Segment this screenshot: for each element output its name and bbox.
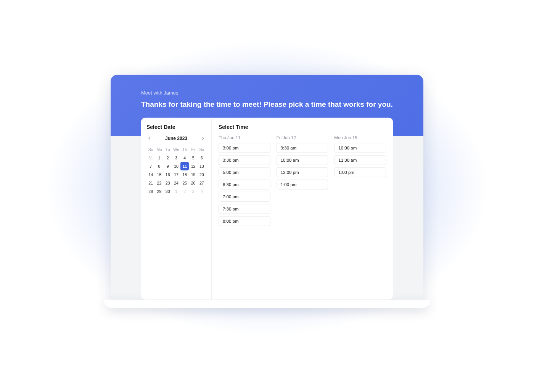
time-slot-button[interactable]: 7:00 pm	[219, 191, 270, 201]
time-slot-button[interactable]: 1:00 pm	[277, 179, 328, 189]
calendar-day-selected[interactable]: 11	[180, 162, 189, 170]
time-slot-button[interactable]: 8:00 pm	[219, 216, 270, 226]
calendar-day[interactable]: 14	[146, 170, 155, 178]
time-pane: Select Time Thu Jun 113:00 pm3:30 pm5:00…	[212, 117, 393, 299]
hero-headline: Thanks for taking the time to meet! Plea…	[141, 100, 393, 109]
time-slot-button[interactable]: 7:30 pm	[219, 204, 270, 214]
time-column-header: Thu Jun 11	[219, 135, 270, 140]
weekday-label: Tu	[164, 145, 172, 153]
calendar-day[interactable]: 31	[146, 153, 155, 162]
calendar-day[interactable]: 26	[189, 178, 198, 187]
time-slot-button[interactable]: 6:30 pm	[219, 179, 270, 189]
laptop-frame: Meet with James Thanks for taking the ti…	[111, 75, 423, 308]
calendar-day[interactable]: 15	[155, 170, 163, 178]
calendar-week: 31123456	[146, 153, 206, 162]
time-column: Mon Jun 1510:00 am11:30 am1:00 pm	[334, 135, 386, 228]
calendar-day[interactable]: 9	[164, 162, 172, 170]
calendar-day[interactable]: 21	[146, 178, 155, 187]
time-column-header: Fri Jun 12	[277, 135, 328, 140]
calendar-day[interactable]: 7	[146, 162, 155, 170]
time-slot-button[interactable]: 3:30 pm	[219, 155, 270, 165]
calendar-day[interactable]: 22	[155, 178, 163, 187]
select-date-title: Select Date	[146, 124, 206, 130]
calendar-week: 14151617181920	[146, 170, 206, 178]
time-slot-button[interactable]: 11:30 am	[334, 155, 386, 165]
time-columns: Thu Jun 113:00 pm3:30 pm5:00 pm6:30 pm7:…	[219, 135, 386, 228]
weekday-row: SuMoTuWeThFrSa	[146, 145, 206, 153]
time-slot-button[interactable]: 5:00 pm	[219, 167, 270, 177]
weekday-label: Su	[146, 145, 155, 153]
time-column-header: Mon Jun 15	[334, 135, 386, 140]
calendar-day[interactable]: 2	[164, 153, 172, 162]
time-slot-button[interactable]: 12:00 pm	[277, 167, 328, 177]
time-slot-button[interactable]: 3:00 pm	[219, 143, 270, 153]
calendar-grid: 3112345678910111213141516171819202122232…	[146, 153, 206, 195]
select-time-title: Select Time	[219, 124, 386, 130]
calendar-day[interactable]: 29	[155, 187, 163, 195]
chevron-right-icon	[201, 137, 204, 140]
calendar-week: 21222324252627	[146, 178, 206, 187]
calendar-day[interactable]: 24	[172, 178, 180, 187]
weekday-label: Fr	[189, 145, 197, 153]
weekday-label: Sa	[198, 145, 206, 153]
calendar-day[interactable]: 27	[198, 178, 206, 187]
calendar-day[interactable]: 6	[198, 153, 206, 162]
laptop-base	[104, 300, 430, 308]
calendar-day[interactable]: 2	[180, 187, 189, 195]
calendar-day[interactable]: 5	[189, 153, 198, 162]
calendar-week: 2829301234	[146, 187, 206, 195]
time-column: Thu Jun 113:00 pm3:30 pm5:00 pm6:30 pm7:…	[219, 135, 270, 228]
next-month-button[interactable]	[200, 135, 206, 141]
calendar-day[interactable]: 23	[164, 178, 172, 187]
weekday-label: Mo	[155, 145, 163, 153]
calendar-day[interactable]: 17	[172, 170, 180, 178]
calendar-day[interactable]: 4	[198, 187, 206, 195]
prev-month-button[interactable]	[146, 135, 153, 141]
calendar-day[interactable]: 8	[155, 162, 163, 170]
calendar-day[interactable]: 13	[198, 162, 206, 170]
calendar-day[interactable]: 18	[180, 170, 189, 178]
calendar-day[interactable]: 10	[172, 162, 180, 170]
calendar-day[interactable]: 28	[146, 187, 155, 195]
date-pane: Select Date June 2023 SuMoTuWeThFrSa 311…	[141, 117, 212, 299]
month-label: June 2023	[165, 135, 187, 141]
time-slot-button[interactable]: 10:00 am	[277, 155, 328, 165]
app-screen: Meet with James Thanks for taking the ti…	[111, 75, 423, 300]
time-slot-button[interactable]: 10:00 am	[334, 143, 386, 153]
calendar-day[interactable]: 25	[180, 178, 189, 187]
calendar-day[interactable]: 1	[155, 153, 163, 162]
calendar-day[interactable]: 12	[189, 162, 198, 170]
chevron-left-icon	[148, 137, 151, 140]
calendar-header: June 2023	[146, 135, 206, 141]
calendar-day[interactable]: 4	[180, 153, 189, 162]
calendar-day[interactable]: 3	[189, 187, 198, 195]
calendar-day[interactable]: 1	[172, 187, 180, 195]
meeting-host-label: Meet with James	[141, 90, 393, 96]
time-slot-button[interactable]: 9:30 am	[277, 143, 328, 153]
calendar-day[interactable]: 16	[164, 170, 172, 178]
calendar-day[interactable]: 20	[198, 170, 206, 178]
weekday-label: Th	[180, 145, 189, 153]
calendar-day[interactable]: 30	[164, 187, 172, 195]
scheduler-card: Select Date June 2023 SuMoTuWeThFrSa 311…	[141, 117, 393, 299]
time-slot-button[interactable]: 1:00 pm	[334, 167, 386, 177]
calendar-week: 78910111213	[146, 162, 206, 170]
calendar-day[interactable]: 3	[172, 153, 180, 162]
calendar-day[interactable]: 19	[189, 170, 198, 178]
weekday-label: We	[172, 145, 180, 153]
time-column: Fri Jun 129:30 am10:00 am12:00 pm1:00 pm	[277, 135, 328, 228]
